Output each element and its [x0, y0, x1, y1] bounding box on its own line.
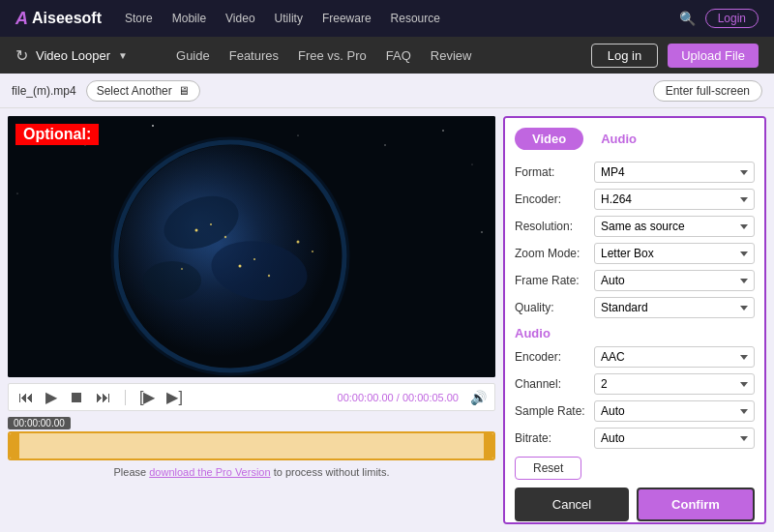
nav-store[interactable]: Store — [125, 12, 153, 25]
sub-nav-faq[interactable]: FAQ — [386, 48, 411, 63]
cancel-button[interactable]: Cancel — [515, 488, 629, 521]
tab-audio[interactable]: Audio — [583, 128, 654, 150]
zoom-mode-label: Zoom Mode: — [515, 247, 594, 260]
frame-rate-row: Frame Rate: Auto — [515, 270, 755, 291]
svg-point-18 — [239, 265, 242, 268]
play-button[interactable]: ▶ — [44, 388, 59, 406]
skip-forward-button[interactable]: ⏭ — [94, 389, 113, 406]
encoder-select[interactable]: H.264 — [594, 189, 755, 210]
mark-out-button[interactable]: ▶] — [164, 388, 184, 406]
right-panel: Video Audio Format: MP4 Encoder: H.264 R… — [503, 116, 766, 524]
top-nav-links: Store Mobile Video Utility Freeware Reso… — [125, 12, 679, 25]
pro-notice-after: to process without limits. — [271, 466, 390, 478]
pro-notice-before: Please — [114, 466, 150, 478]
timeline-area: 00:00:00.00 — [8, 417, 495, 460]
resolution-select[interactable]: Same as source — [594, 216, 755, 237]
bitrate-select[interactable]: Auto — [594, 428, 755, 449]
nav-resource[interactable]: Resource — [391, 12, 440, 25]
logo-icon: A — [15, 9, 28, 29]
bitrate-row: Bitrate: Auto — [515, 428, 755, 449]
nav-video[interactable]: Video — [225, 12, 254, 25]
quality-label: Quality: — [515, 301, 594, 314]
audio-encoder-row: Encoder: AAC — [515, 346, 755, 368]
sub-nav-free-vs-pro[interactable]: Free vs. Pro — [298, 48, 367, 63]
timeline-handle-right[interactable] — [484, 433, 493, 458]
sub-nav-features[interactable]: Features — [229, 48, 279, 63]
dropdown-arrow-icon[interactable]: ▼ — [118, 50, 128, 61]
controls-bar: ⏮ ▶ ⏹ ⏭ [▶ ▶] 00:00:00.00 / 00:00:05.00 … — [8, 383, 495, 411]
quality-select[interactable]: Standard — [594, 297, 755, 318]
logo-text: Aiseesoft — [32, 10, 102, 27]
format-label: Format: — [515, 165, 594, 179]
sub-nav: ↻ Video Looper ▼ Guide Features Free vs.… — [0, 37, 774, 74]
resolution-row: Resolution: Same as source — [515, 216, 755, 237]
sample-rate-row: Sample Rate: Auto — [515, 400, 755, 422]
svg-point-23 — [312, 251, 313, 252]
reset-button[interactable]: Reset — [515, 457, 581, 480]
loop-icon: ↻ — [15, 46, 28, 65]
channel-label: Channel: — [515, 377, 594, 391]
sub-nav-guide[interactable]: Guide — [176, 48, 210, 63]
channel-row: Channel: 2 — [515, 373, 755, 395]
log-in-button[interactable]: Log in — [591, 44, 658, 68]
frame-rate-select[interactable]: Auto — [594, 270, 755, 291]
svg-point-7 — [384, 144, 385, 145]
nav-utility[interactable]: Utility — [275, 12, 303, 25]
pro-notice: Please download the Pro Version to proce… — [8, 466, 495, 478]
encoder-label: Encoder: — [515, 192, 594, 206]
svg-point-14 — [143, 261, 201, 300]
separator — [125, 390, 126, 405]
svg-point-4 — [297, 134, 298, 135]
upload-file-button[interactable]: Upload File — [668, 44, 759, 68]
tab-video[interactable]: Video — [515, 128, 583, 150]
sub-nav-links: Guide Features Free vs. Pro FAQ Review — [176, 48, 572, 63]
skip-back-button[interactable]: ⏮ — [16, 389, 36, 406]
audio-section-title: Audio — [515, 326, 755, 340]
confirm-button[interactable]: Confirm — [637, 488, 755, 521]
bottom-buttons: Cancel Confirm — [515, 488, 755, 521]
stop-button[interactable]: ⏹ — [67, 389, 86, 406]
search-icon[interactable]: 🔍 — [679, 11, 696, 26]
svg-point-20 — [268, 275, 270, 277]
timeline-bar[interactable] — [8, 431, 495, 460]
mark-in-button[interactable]: [▶ — [137, 388, 157, 406]
monitor-icon: 🖥 — [178, 84, 190, 98]
svg-point-15 — [195, 229, 198, 232]
audio-settings: Encoder: AAC Channel: 2 Sample Rate: Aut… — [515, 346, 755, 449]
login-button[interactable]: Login — [705, 9, 759, 28]
timeline-time-label: 00:00:00.00 — [8, 417, 71, 429]
sample-rate-select[interactable]: Auto — [594, 400, 755, 422]
svg-point-16 — [210, 223, 212, 225]
video-player[interactable]: Optional: — [8, 116, 495, 377]
optional-badge: Optional: — [15, 124, 99, 145]
bitrate-label: Bitrate: — [515, 431, 594, 445]
main-content: Optional: — [0, 108, 774, 532]
pro-version-link[interactable]: download the Pro Version — [149, 466, 270, 478]
audio-encoder-label: Encoder: — [515, 350, 594, 364]
fullscreen-button[interactable]: Enter full-screen — [653, 80, 762, 102]
top-nav: A Aiseesoft Store Mobile Video Utility F… — [0, 0, 774, 37]
toolbar: file_(m).mp4 Select Another 🖥 Enter full… — [0, 74, 774, 108]
sub-nav-review[interactable]: Review — [431, 48, 472, 63]
svg-point-8 — [16, 192, 17, 193]
volume-icon[interactable]: 🔊 — [470, 390, 487, 405]
zoom-mode-select[interactable]: Letter Box — [594, 243, 755, 264]
format-row: Format: MP4 — [515, 162, 755, 183]
svg-point-9 — [481, 231, 483, 233]
time-total: 00:00:05.00 — [402, 392, 459, 403]
logo: A Aiseesoft — [15, 9, 102, 29]
nav-freeware[interactable]: Freeware — [322, 12, 372, 25]
sub-nav-left: ↻ Video Looper ▼ — [15, 46, 128, 65]
tab-bar: Video Audio — [515, 128, 755, 150]
svg-point-19 — [253, 258, 255, 260]
select-another-label: Select Another — [97, 84, 172, 98]
encoder-row: Encoder: H.264 — [515, 189, 755, 210]
channel-select[interactable]: 2 — [594, 373, 755, 395]
timeline-handle-left[interactable] — [10, 433, 19, 458]
audio-encoder-select[interactable]: AAC — [594, 346, 755, 368]
format-select[interactable]: MP4 — [594, 162, 755, 183]
svg-point-5 — [442, 130, 444, 132]
nav-mobile[interactable]: Mobile — [172, 12, 206, 25]
select-another-button[interactable]: Select Another 🖥 — [86, 80, 200, 102]
sub-nav-right: Log in Upload File — [591, 44, 759, 68]
